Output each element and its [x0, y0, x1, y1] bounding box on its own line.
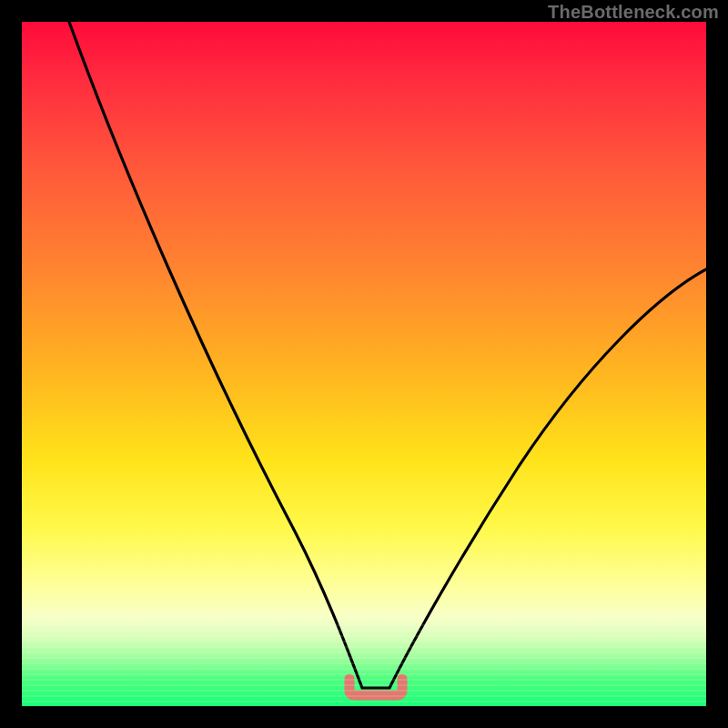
- chart-frame: TheBottleneck.com: [0, 0, 728, 728]
- bottleneck-curve: [69, 22, 706, 688]
- chart-plot-area: [22, 22, 706, 706]
- chart-curve-layer: [22, 22, 706, 706]
- watermark-text: TheBottleneck.com: [548, 2, 719, 23]
